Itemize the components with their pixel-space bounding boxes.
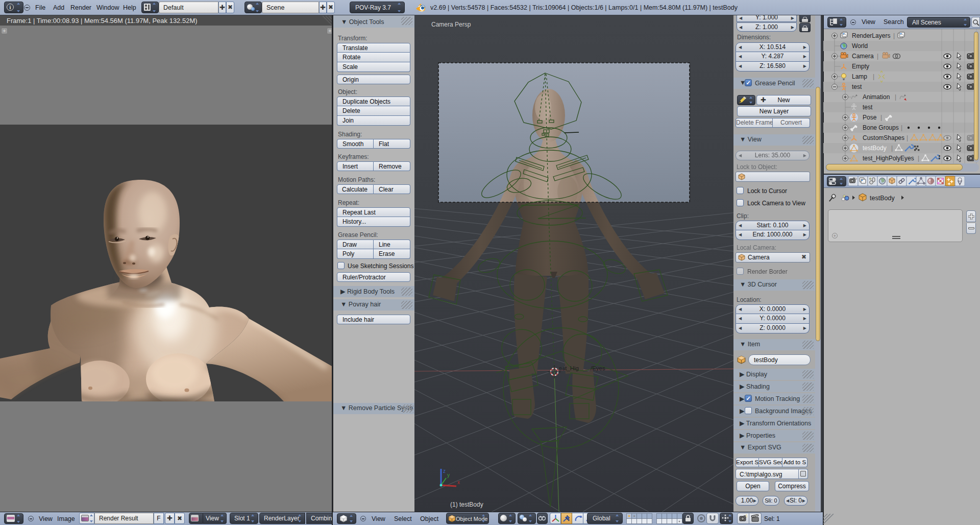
svg-text:RenderLayers: RenderLayers — [852, 32, 890, 39]
svg-text:|: | — [918, 155, 919, 162]
svg-text:|: | — [906, 134, 908, 141]
svg-text:est_Hig: est_Hig — [559, 365, 579, 371]
svg-text:|: | — [877, 53, 878, 60]
svg-text:Lamp: Lamp — [852, 73, 867, 80]
svg-text:|: | — [891, 145, 893, 152]
svg-text:Animation: Animation — [863, 93, 890, 101]
svg-text:(1) testBody: (1) testBody — [450, 501, 483, 508]
svg-text:Bone Groups: Bone Groups — [863, 124, 899, 131]
svg-text:/Eyes: /Eyes — [591, 365, 605, 371]
svg-text:Camera: Camera — [852, 53, 874, 60]
svg-text:|: | — [893, 32, 895, 39]
svg-text:World: World — [852, 42, 868, 50]
svg-text:|: | — [880, 114, 882, 121]
svg-text:z: z — [443, 468, 446, 474]
svg-text:CustomShapes: CustomShapes — [863, 134, 904, 141]
svg-text:Camera Persp: Camera Persp — [431, 21, 471, 28]
svg-text:Empty: Empty — [852, 63, 869, 70]
svg-text:x: x — [457, 480, 460, 485]
svg-text:Pose: Pose — [863, 114, 877, 121]
svg-text:|: | — [901, 124, 902, 131]
svg-text:y: y — [447, 472, 450, 478]
svg-text:test_HighPolyEyes: test_HighPolyEyes — [863, 155, 914, 162]
svg-text:|: | — [873, 73, 874, 80]
svg-text:|: | — [895, 93, 896, 101]
svg-text:test: test — [863, 104, 873, 111]
svg-text:test: test — [852, 83, 862, 90]
svg-text:testBody: testBody — [870, 195, 895, 202]
svg-text:testBody: testBody — [863, 145, 887, 152]
